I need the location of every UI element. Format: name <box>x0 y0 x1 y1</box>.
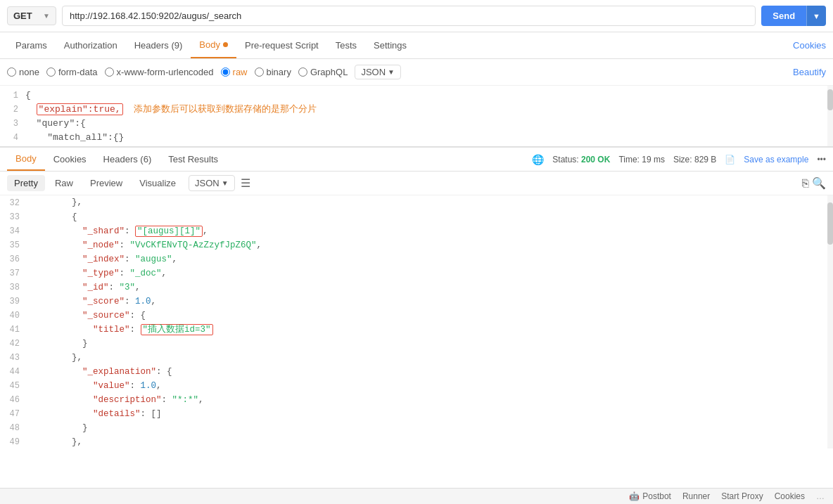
tab-headers[interactable]: Headers (9) <box>126 33 191 58</box>
beautify-link[interactable]: Beautify <box>793 67 826 77</box>
body-dot <box>223 42 228 47</box>
code-line-39: 39 "_score": 1.0, <box>0 295 833 309</box>
code-line-41: 41 "title": "插入数据id=3" <box>0 323 833 337</box>
option-none[interactable]: none <box>7 67 39 77</box>
editor-line-3: 3 "query":{ <box>0 117 833 131</box>
tab-body[interactable]: Body <box>191 32 236 58</box>
code-line-38: 38 "_id": "3", <box>0 280 833 295</box>
search-response-icon[interactable]: 🔍 <box>812 176 826 190</box>
request-tabs: Params Authorization Headers (9) Body Pr… <box>0 32 833 59</box>
code-line-32: 32 }, <box>0 195 833 210</box>
tab-authorization[interactable]: Authorization <box>56 33 126 58</box>
request-editor: 1 { 2 "explain":true, 添加参数后可以获取到数据存储的是那个… <box>0 86 833 148</box>
cookies-status[interactable]: Cookies <box>775 491 805 501</box>
line-number-4: 4 <box>3 131 25 145</box>
resp-btn-preview[interactable]: Preview <box>83 175 129 191</box>
code-line-42: 42 } <box>0 337 833 351</box>
more-options-icon[interactable]: ••• <box>817 155 826 164</box>
editor-line-1: 1 { <box>0 89 833 103</box>
line-number-3: 3 <box>3 117 25 131</box>
format-chevron-icon: ▼ <box>222 179 229 187</box>
response-tabs: Body Cookies Headers (6) Test Results 🌐 … <box>0 148 833 172</box>
tab-params[interactable]: Params <box>7 33 56 58</box>
option-formdata[interactable]: form-data <box>46 67 98 77</box>
code-line-45: 45 "value": 1.0, <box>0 379 833 393</box>
method-chevron-icon: ▼ <box>43 12 50 20</box>
option-urlencoded[interactable]: x-www-form-urlencoded <box>105 67 214 77</box>
line-number-5: 5 <box>3 145 25 148</box>
code-line-49: 49 }, <box>0 435 833 448</box>
code-line-40: 40 "_source": { <box>0 309 833 323</box>
body-options: none form-data x-www-form-urlencoded raw… <box>0 59 833 86</box>
url-input[interactable] <box>62 6 756 26</box>
code-line-46: 46 "description": "*:*", <box>0 393 833 407</box>
filter-icon[interactable]: ☰ <box>241 176 250 190</box>
copy-response-icon[interactable]: ⎘ <box>802 177 809 190</box>
response-code-view[interactable]: 32 }, 33 { 34 "_shard": "[augus][1]", 35… <box>0 195 833 448</box>
code-line-35: 35 "_node": "VvCKfENvTQ-AzZzyfJpZ6Q", <box>0 238 833 252</box>
line-number-1: 1 <box>3 89 25 103</box>
resp-tab-body[interactable]: Body <box>7 148 45 171</box>
send-btn-main[interactable]: Send <box>761 6 806 26</box>
option-graphql[interactable]: GraphQL <box>298 67 348 77</box>
code-line-43: 43 }, <box>0 351 833 365</box>
runner-status[interactable]: Runner <box>682 491 710 501</box>
save-icon: 📄 <box>725 155 735 164</box>
start-proxy-status[interactable]: Start Proxy <box>721 491 763 501</box>
resp-btn-pretty[interactable]: Pretty <box>7 175 45 191</box>
comment-text: 添加参数后可以获取到数据存储的是那个分片 <box>134 104 317 115</box>
tab-settings[interactable]: Settings <box>365 33 415 58</box>
code-line-44: 44 "_explanation": { <box>0 365 833 379</box>
editor-line-5: 5 } <box>0 145 833 148</box>
editor-line-2: 2 "explain":true, 添加参数后可以获取到数据存储的是那个分片 <box>0 103 833 117</box>
resp-btn-raw[interactable]: Raw <box>48 175 80 191</box>
tab-tests[interactable]: Tests <box>327 33 365 58</box>
code-line-36: 36 "_index": "augus", <box>0 252 833 266</box>
code-line-48: 48 } <box>0 421 833 435</box>
line-number-2: 2 <box>3 103 25 117</box>
postbot-status[interactable]: 🤖 Postbot <box>629 491 671 501</box>
code-line-47: 47 "details": [] <box>0 407 833 421</box>
json-dropdown[interactable]: JSON ▼ <box>355 65 401 79</box>
globe-icon: 🌐 <box>532 154 544 165</box>
method-select[interactable]: GET ▼ <box>7 6 56 25</box>
code-line-37: 37 "_type": "_doc", <box>0 266 833 280</box>
code-line-34: 34 "_shard": "[augus][1]", <box>0 224 833 238</box>
send-button[interactable]: Send ▼ <box>761 6 826 26</box>
json-chevron-icon: ▼ <box>388 68 395 76</box>
postbot-icon: 🤖 <box>629 491 640 501</box>
resp-btn-visualize[interactable]: Visualize <box>132 175 183 191</box>
send-btn-dropdown[interactable]: ▼ <box>806 6 826 26</box>
save-as-example[interactable]: Save as example <box>744 155 808 164</box>
resp-format-dropdown[interactable]: JSON ▼ <box>189 175 235 191</box>
resp-tab-headers[interactable]: Headers (6) <box>95 148 160 170</box>
option-raw[interactable]: raw <box>221 67 248 77</box>
cookies-link[interactable]: Cookies <box>793 40 826 51</box>
resp-tab-testresults[interactable]: Test Results <box>160 148 227 170</box>
resp-tab-cookies[interactable]: Cookies <box>45 148 95 170</box>
response-toolbar: Pretty Raw Preview Visualize JSON ▼ ☰ ⎘ … <box>0 172 833 195</box>
response-status: 🌐 Status: 200 OK Time: 19 ms Size: 829 B… <box>532 154 826 165</box>
option-binary[interactable]: binary <box>255 67 291 77</box>
status-bar: 🤖 Postbot Runner Start Proxy Cookies … <box>0 488 833 504</box>
code-line-33: 33 { <box>0 210 833 224</box>
tab-prerequest[interactable]: Pre-request Script <box>236 33 327 58</box>
top-bar: GET ▼ Send ▼ <box>0 0 833 32</box>
editor-line-4: 4 "match_all":{} <box>0 131 833 145</box>
